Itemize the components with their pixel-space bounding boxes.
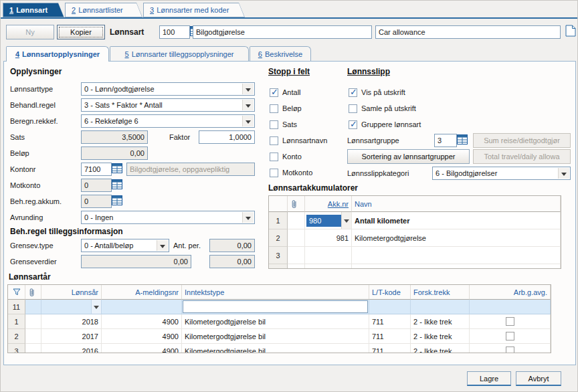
lonnsartgruppe-lookup-icon[interactable] bbox=[457, 134, 468, 146]
tab-lonnsart[interactable]: 1Lønnsart bbox=[3, 3, 64, 17]
motkonto-lookup-icon[interactable] bbox=[112, 179, 123, 191]
beregn-rekkef-select[interactable]: 6 - Rekkefølge 6 bbox=[81, 114, 255, 128]
note-icon[interactable] bbox=[565, 25, 577, 37]
akk-row-3[interactable]: 3 bbox=[269, 247, 561, 264]
lonnsart-number-input[interactable]: 100 bbox=[159, 25, 190, 39]
row-3-lt-kode-cell[interactable]: 711 bbox=[369, 344, 411, 353]
inntektstype-column-header[interactable]: Inntektstype bbox=[182, 285, 369, 300]
tab-lonnsartopplysninger[interactable]: 4Lønnsartopplysninger bbox=[6, 46, 109, 62]
avrunding-select[interactable]: 0 - Ingen bbox=[81, 211, 255, 224]
lonnsarttype-select[interactable]: 0 - Lønn/godtgjørelse bbox=[81, 82, 255, 96]
row-3-arb-g-avg-checkbox[interactable] bbox=[506, 347, 514, 353]
akk-nr-column-header[interactable]: Akk.nr bbox=[305, 196, 352, 212]
row-1-forsk-trekk-cell[interactable]: 2 - Ikke trek bbox=[411, 314, 470, 329]
stopp-motkonto-checkbox[interactable] bbox=[270, 169, 278, 177]
sortering-av-lonnsartgrupper-button[interactable]: Sortering av lønnsartgrupper bbox=[347, 149, 470, 164]
filter-attachment-cell[interactable] bbox=[25, 300, 41, 314]
akk-row-2-header[interactable]: 2 bbox=[269, 229, 288, 247]
a-meldingsnr-column-header[interactable]: A-meldingsnr bbox=[102, 285, 182, 300]
grenseverdi-input-2[interactable]: 0,00 bbox=[209, 255, 255, 268]
row-3-a-meldingsnr-cell[interactable]: 4900 bbox=[102, 344, 182, 353]
tab-tilleggsopplysninger[interactable]: 5Lønnsarter tilleggsopplysninger bbox=[110, 46, 249, 61]
akk-attachment-column-header[interactable] bbox=[288, 196, 305, 212]
filter-inntektstype-cell[interactable] bbox=[182, 300, 369, 314]
filter-lonnsar-dropdown-button[interactable] bbox=[91, 300, 101, 314]
lonnsart-name-english-input[interactable]: Car allowance bbox=[375, 25, 561, 39]
row-2-header[interactable]: 2 bbox=[8, 329, 25, 344]
save-button[interactable]: Lagre bbox=[467, 371, 511, 386]
row-2-attachment-cell[interactable] bbox=[25, 329, 41, 344]
stopp-lonnsartnavn-checkbox[interactable] bbox=[270, 136, 278, 145]
akk-row-4-nr-cell[interactable] bbox=[305, 264, 352, 269]
row-3-arb-g-avg-cell[interactable] bbox=[470, 344, 551, 353]
kontonr-lookup-icon[interactable] bbox=[112, 163, 123, 175]
grenseverdi-input-1[interactable]: 0,00 bbox=[81, 255, 191, 268]
grensev-type-select[interactable]: 0 - Antall/beløp bbox=[81, 239, 169, 252]
kontonr-input[interactable]: 7100 bbox=[81, 163, 112, 176]
row-2-lonnsar-cell[interactable]: 2017 bbox=[41, 329, 102, 344]
stopp-sats-checkbox[interactable] bbox=[270, 120, 278, 129]
akk-nr-selected-value[interactable]: 980 bbox=[306, 215, 341, 227]
faktor-input[interactable]: 1,0000 bbox=[199, 130, 255, 144]
akk-row-2-navn-cell[interactable]: Kilometergodtgjørelse bbox=[352, 229, 561, 247]
akk-row-3-attachment-cell[interactable] bbox=[288, 247, 305, 264]
akk-row-4-attachment-cell[interactable] bbox=[288, 264, 305, 269]
arb-g-avg-column-header[interactable]: Arb.g.avg. bbox=[470, 285, 551, 300]
filter-forsk-trekk-cell[interactable] bbox=[411, 300, 470, 314]
filter-row-header[interactable]: 11 bbox=[8, 300, 25, 314]
lonnsslippkategori-select[interactable]: 6 - Bilgodtgjørelser bbox=[432, 167, 571, 180]
stopp-konto-checkbox[interactable] bbox=[270, 153, 278, 161]
akk-row-4-navn-cell[interactable] bbox=[352, 264, 561, 269]
filter-lonnsar-cell[interactable] bbox=[41, 300, 102, 314]
akk-row-1-nr-cell[interactable]: 980 bbox=[305, 212, 352, 229]
ant-per-input[interactable]: 0,00 bbox=[209, 239, 255, 252]
forsk-trekk-column-header[interactable]: Forsk.trekk bbox=[411, 285, 470, 300]
cancel-button[interactable]: Avbryt bbox=[516, 371, 561, 386]
lonnsartaar-row-3[interactable]: 3 2016 4900 Kilometergodtgjørelse bil 71… bbox=[8, 344, 551, 353]
row-2-forsk-trekk-cell[interactable]: 2 - Ikke trek bbox=[411, 329, 470, 344]
akk-row-1-navn-cell[interactable]: Antall kilometer bbox=[352, 212, 561, 229]
row-2-inntektstype-cell[interactable]: Kilometergodtgjørelse bil bbox=[182, 329, 369, 344]
row-1-lonnsar-cell[interactable]: 2018 bbox=[41, 314, 102, 329]
row-3-lonnsar-cell[interactable]: 2016 bbox=[41, 344, 102, 353]
lonnsart-name-input[interactable]: Bilgodtgjørelse bbox=[193, 25, 372, 39]
filter-a-meldingsnr-cell[interactable] bbox=[102, 300, 182, 314]
samle-pa-utskrift-checkbox[interactable] bbox=[349, 104, 357, 113]
akk-row-2-attachment-cell[interactable] bbox=[288, 229, 305, 247]
akk-row-2-nr-cell[interactable]: 981 bbox=[305, 229, 352, 247]
row-1-attachment-cell[interactable] bbox=[25, 314, 41, 329]
row-3-inntektstype-cell[interactable]: Kilometergodtgjørelse bil bbox=[182, 344, 369, 353]
akk-row-3-nr-cell[interactable] bbox=[305, 247, 352, 264]
lonnsartaar-attachment-column-header[interactable] bbox=[25, 285, 41, 300]
akk-navn-column-header[interactable]: Navn bbox=[352, 196, 561, 212]
tab-lonnsartlister[interactable]: 2Lønnsartlister bbox=[65, 3, 142, 17]
lonnsar-column-header[interactable]: Lønnsår bbox=[41, 285, 102, 300]
row-1-inntektstype-cell[interactable]: Kilometergodtgjørelse bil bbox=[182, 314, 369, 329]
stopp-belop-checkbox[interactable] bbox=[270, 104, 278, 113]
row-1-arb-g-avg-checkbox[interactable] bbox=[506, 317, 514, 326]
behandl-regel-select[interactable]: 3 - Sats * Faktor * Antall bbox=[81, 98, 255, 112]
row-3-header[interactable]: 3 bbox=[8, 344, 25, 353]
lonnsartgruppe-input[interactable]: 3 bbox=[434, 134, 457, 147]
lt-kode-column-header[interactable]: L/T-kode bbox=[369, 285, 411, 300]
filter-column-header[interactable] bbox=[8, 285, 25, 300]
row-1-arb-g-avg-cell[interactable] bbox=[470, 314, 551, 329]
row-2-a-meldingsnr-cell[interactable]: 4900 bbox=[102, 329, 182, 344]
row-2-lt-kode-cell[interactable]: 711 bbox=[369, 329, 411, 344]
row-3-forsk-trekk-cell[interactable]: 2 - Ikke trek bbox=[411, 344, 470, 353]
row-1-header[interactable]: 1 bbox=[8, 314, 25, 329]
motkonto-input[interactable]: 0 bbox=[81, 179, 112, 192]
filter-arb-g-avg-cell[interactable] bbox=[470, 300, 551, 314]
gruppere-lonnsart-checkbox[interactable] bbox=[349, 120, 357, 129]
copy-button[interactable]: Kopier bbox=[57, 25, 105, 39]
row-1-lt-kode-cell[interactable]: 711 bbox=[369, 314, 411, 329]
lonnsartaar-row-2[interactable]: 2 2017 4900 Kilometergodtgjørelse bil 71… bbox=[8, 329, 551, 344]
stopp-antall-checkbox[interactable] bbox=[270, 88, 278, 97]
row-2-arb-g-avg-cell[interactable] bbox=[470, 329, 551, 344]
sats-input[interactable]: 3,5000 bbox=[81, 130, 148, 144]
akk-row-1-attachment-cell[interactable] bbox=[288, 212, 305, 229]
row-1-a-meldingsnr-cell[interactable]: 4900 bbox=[102, 314, 182, 329]
tab-beskrivelse[interactable]: 6Beskrivelse bbox=[250, 46, 311, 61]
akk-row-3-header[interactable]: 3 bbox=[269, 247, 288, 264]
row-3-attachment-cell[interactable] bbox=[25, 344, 41, 353]
